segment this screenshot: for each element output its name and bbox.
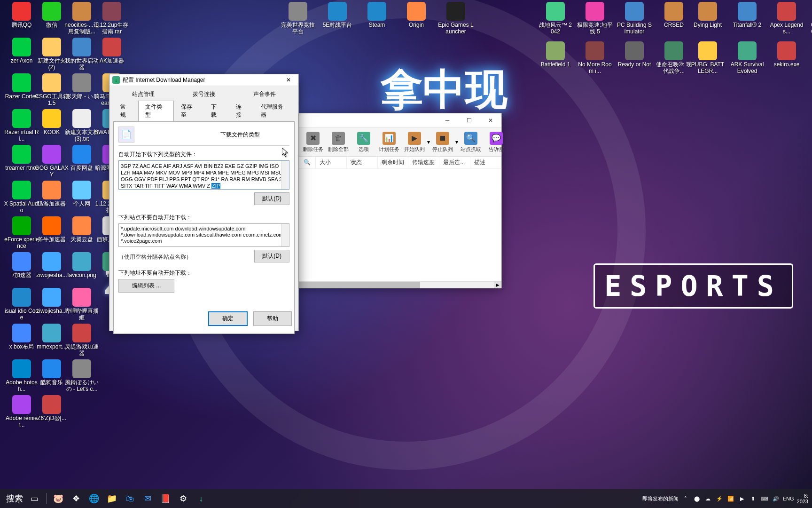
close-button[interactable]: ✕ xyxy=(480,113,501,127)
desktop-icon[interactable]: 哔哩哔哩直播姬 xyxy=(64,288,100,321)
taskbar-mail-icon[interactable]: ✉ xyxy=(140,491,155,506)
tray-language[interactable]: ENG xyxy=(783,496,794,501)
idm-horizontal-scrollbar[interactable]: ▶ xyxy=(298,281,501,288)
taskbar-app-6[interactable]: 📕 xyxy=(158,491,173,506)
tray-icon[interactable]: ⚡ xyxy=(715,496,724,502)
taskbar-search[interactable]: 搜索 xyxy=(5,491,24,506)
label-autostart-types: 自动开始下载下列类型的文件： xyxy=(118,151,289,159)
taskbar-app-2[interactable]: ❖ xyxy=(69,491,84,506)
desktop-icon[interactable]: PC Building Simulator xyxy=(617,2,652,35)
sites-text: *.update.microsoft.com download.windowsu… xyxy=(121,226,283,244)
toolbar-删除全部[interactable]: 🗑删除全部 xyxy=(326,129,351,155)
column-header[interactable]: 状态 xyxy=(347,157,378,168)
desktop-icon[interactable]: PUBG: BATTLEGR... xyxy=(690,41,726,74)
task-view-icon[interactable]: ▭ xyxy=(27,491,42,506)
desktop-icon[interactable]: Apex Legends... xyxy=(769,2,804,35)
desktop-icon[interactable]: Dying Light xyxy=(690,2,726,28)
desktop-icon[interactable]: 完美世界竞技平台 xyxy=(280,2,316,35)
tray-time[interactable]: 8: xyxy=(804,493,808,499)
taskbar-explorer-icon[interactable]: 📁 xyxy=(104,491,119,506)
app-icon xyxy=(546,41,565,60)
desktop-icon[interactable]: sekiro.exe xyxy=(769,41,804,68)
desktop-icon[interactable]: 灵缇游戏加速器 xyxy=(64,324,100,357)
desktop-icon[interactable]: AK加速器 xyxy=(94,38,130,64)
textarea-scrollbar[interactable] xyxy=(281,161,289,189)
icon-label: Counter-S... Global Off... xyxy=(808,22,812,35)
tab-代理服务器[interactable]: 代理服务器 xyxy=(254,101,295,121)
desktop-icon[interactable]: Epic Games Launcher xyxy=(438,2,474,35)
column-header[interactable]: 大小 xyxy=(316,157,347,168)
tray-icon[interactable]: ⬤ xyxy=(693,496,701,502)
idm-download-list[interactable] xyxy=(298,168,501,281)
tab-声音事件[interactable]: 声音事件 xyxy=(246,88,283,101)
tray-icon[interactable]: ☁ xyxy=(704,496,712,502)
desktop-icon[interactable]: 极限竞速:地平线 5 xyxy=(577,2,613,35)
desktop-icon[interactable]: 使命召唤®: 现代战争... xyxy=(656,41,692,74)
toolbar-开始队列[interactable]: ▶开始队列 xyxy=(402,129,427,155)
tray-icon[interactable]: ⬆ xyxy=(749,496,757,502)
tray-icon[interactable]: 📶 xyxy=(726,496,735,502)
default-button-2[interactable]: 默认(D) xyxy=(254,250,289,262)
tray-volume-icon[interactable]: 🔊 xyxy=(772,496,780,502)
desktop-icon[interactable]: Z6'Z)D@[... xyxy=(34,395,70,421)
toolbar-选项[interactable]: 🔧选项 xyxy=(351,129,376,155)
maximize-button[interactable]: ☐ xyxy=(458,113,480,127)
tray-news-text[interactable]: 即将发布的新闻 xyxy=(642,495,679,502)
column-header[interactable]: 传输速度 xyxy=(408,157,439,168)
tray-chevron-up-icon[interactable]: ˄ xyxy=(681,496,690,502)
desktop-icon[interactable]: Battlefield 1 xyxy=(538,41,573,68)
column-header[interactable]: 剩余时间 xyxy=(378,157,409,168)
scrollbar-thumb[interactable] xyxy=(298,282,420,288)
taskbar-edge-icon[interactable]: 🌐 xyxy=(86,491,102,506)
tab-站点管理[interactable]: 站点管理 xyxy=(125,88,162,101)
desktop-icon[interactable]: Steam xyxy=(359,2,395,28)
help-button[interactable]: 帮助 xyxy=(253,311,292,326)
tab-拨号连接[interactable]: 拨号连接 xyxy=(186,88,222,101)
toolbar-告诉朋[interactable]: 💬告诉朋 xyxy=(484,129,509,155)
search-icon[interactable]: 🔍 xyxy=(298,157,316,168)
column-header[interactable]: 最后连... xyxy=(439,157,470,168)
tray-date[interactable]: 2023 xyxy=(797,499,808,504)
desktop-icon[interactable]: 战地风云™ 2042 xyxy=(538,2,573,35)
tray-icon[interactable]: ⌨ xyxy=(760,496,769,502)
toolbar-label: 停止队列 xyxy=(432,146,453,153)
desktop-icon[interactable]: 風鈴ぽるけいの - Let's c... xyxy=(64,359,100,392)
edit-list-button[interactable]: 编辑列表 ... xyxy=(118,279,174,293)
scrollbar-right-arrow[interactable]: ▶ xyxy=(494,282,501,288)
tab-常规[interactable]: 常规 xyxy=(113,101,138,121)
minimize-button[interactable]: ─ xyxy=(437,113,458,127)
textarea-scrollbar[interactable] xyxy=(281,224,289,246)
taskbar-idm-icon[interactable]: ↓ xyxy=(194,491,209,506)
column-header[interactable]: 描述 xyxy=(470,157,501,168)
taskbar-app-1[interactable]: 🐷 xyxy=(51,491,66,506)
taskbar-steam-icon[interactable]: ⚙ xyxy=(176,491,191,506)
tab-下载[interactable]: 下载 xyxy=(204,101,229,121)
desktop-icon[interactable]: 1.12.2up生存指南.rar xyxy=(94,2,130,35)
desktop-icon[interactable]: Titanfall® 2 xyxy=(729,2,765,28)
tray-icon[interactable]: ▶ xyxy=(738,496,746,502)
desktop-icon[interactable]: Counter-S... Global Off... xyxy=(808,2,812,35)
toolbar-删除任务[interactable]: ✖删除任务 xyxy=(300,129,326,155)
app-icon xyxy=(12,109,31,128)
file-types-textarea[interactable]: 3GP 7Z AAC ACE AIF ARJ ASF AVI BIN BZ2 E… xyxy=(118,160,289,190)
sites-textarea[interactable]: *.update.microsoft.com download.windowsu… xyxy=(118,223,289,247)
desktop-icon[interactable]: ARK Survival Evolved xyxy=(729,41,765,74)
desktop-icon[interactable]: CRSED xyxy=(656,2,692,28)
toolbar-计划任务[interactable]: 📊计划任务 xyxy=(376,129,402,155)
toolbar-站点抓取[interactable]: 🔍站点抓取 xyxy=(458,129,484,155)
ok-button[interactable]: 确定 xyxy=(208,311,248,326)
app-icon xyxy=(72,2,91,21)
tab-文件类型[interactable]: 文件类型 xyxy=(138,101,174,121)
desktop-icon[interactable]: No More Room i... xyxy=(577,41,613,74)
default-button-1[interactable]: 默认(D) xyxy=(254,192,289,205)
desktop-icon[interactable]: Ready or Not xyxy=(617,41,652,68)
dialog-close-button[interactable]: ✕ xyxy=(281,77,296,83)
desktop-icon[interactable]: Origin xyxy=(398,2,434,28)
desktop-icon[interactable]: 驾考模拟器 xyxy=(808,41,812,68)
toolbar-停止队列[interactable]: ⏹停止队列 xyxy=(430,129,455,155)
app-icon xyxy=(12,73,31,92)
desktop-icon[interactable]: 5E对战平台 xyxy=(320,2,355,28)
tab-保存至[interactable]: 保存至 xyxy=(174,101,204,121)
tab-连接[interactable]: 连接 xyxy=(229,101,254,121)
taskbar-store-icon[interactable]: 🛍 xyxy=(122,491,137,506)
